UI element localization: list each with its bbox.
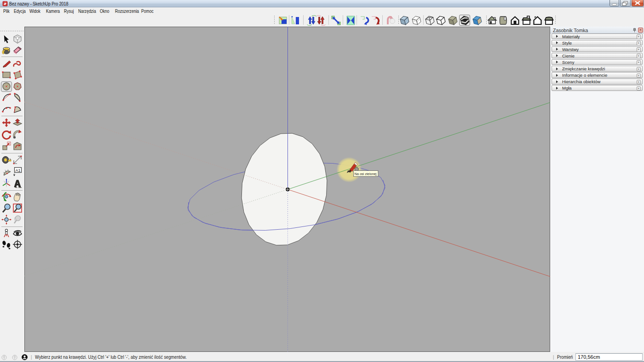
svg-text:Na osi zielonej: Na osi zielonej [355, 172, 377, 176]
svg-text:A1: A1 [16, 168, 21, 173]
